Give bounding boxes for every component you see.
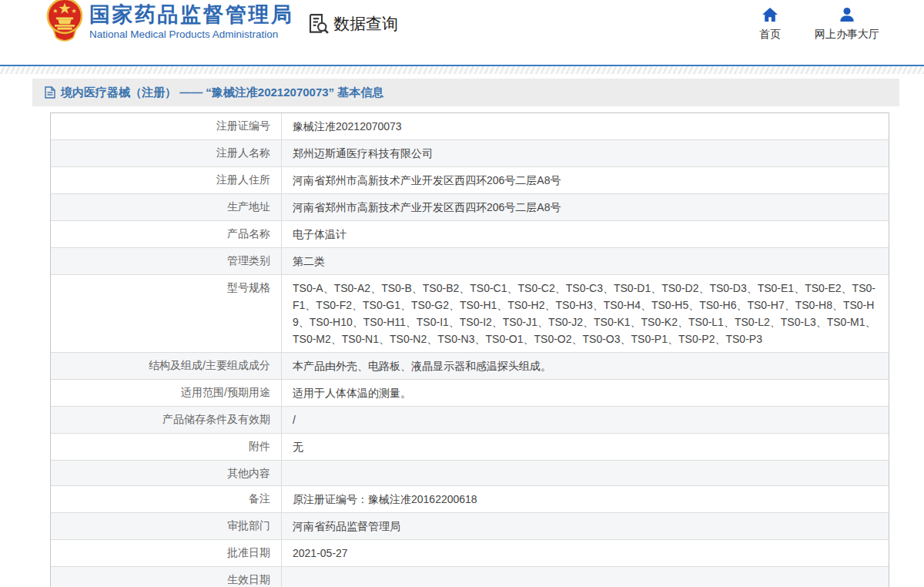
table-row: 适用范围/预期用途 适用于人体体温的测量。 <box>51 380 889 407</box>
table-row: 备注 原注册证编号：豫械注准20162200618 <box>51 486 889 513</box>
data-query-label: 数据查询 <box>333 13 398 35</box>
row-value: 本产品由外壳、电路板、液晶显示器和感温探头组成。 <box>282 353 889 379</box>
breadcrumb: 境内医疗器械（注册） —— “豫械注准20212070073” 基本信息 <box>32 79 899 106</box>
site-header: 国家药品监督管理局 National Medical Products Admi… <box>0 0 924 65</box>
row-label: 型号规格 <box>51 275 282 352</box>
row-value <box>282 461 889 485</box>
row-value: 河南省药品监督管理局 <box>282 513 889 539</box>
row-label: 其他内容 <box>51 461 282 485</box>
data-query-section-link[interactable]: 数据查询 <box>306 12 398 35</box>
table-row: 批准日期 2021-05-27 <box>51 540 889 567</box>
table-row: 产品储存条件及有效期 / <box>51 407 889 434</box>
row-label: 备注 <box>51 486 282 512</box>
row-label: 注册人住所 <box>51 167 282 193</box>
table-row: 注册人住所 河南省郑州市高新技术产业开发区西四环206号二层A8号 <box>51 167 889 194</box>
table-row: 管理类别 第二类 <box>51 248 889 275</box>
nav-service-hall[interactable]: 网上办事大厅 <box>815 7 879 42</box>
nav-home-label: 首页 <box>759 28 781 42</box>
table-row: 生效日期 <box>51 567 889 587</box>
china-national-emblem-icon <box>45 0 85 43</box>
row-value: 河南省郑州市高新技术产业开发区西四环206号二层A8号 <box>282 194 889 220</box>
row-label: 注册证编号 <box>51 113 282 139</box>
document-search-icon <box>306 12 330 35</box>
row-value: TS0-A、TS0-A2、TS0-B、TS0-B2、TS0-C1、TS0-C2、… <box>282 275 889 352</box>
row-label: 注册人名称 <box>51 140 282 166</box>
nav-home[interactable]: 首页 <box>759 7 781 42</box>
row-label: 产品储存条件及有效期 <box>51 407 282 433</box>
user-icon <box>839 7 855 22</box>
row-label: 产品名称 <box>51 221 282 247</box>
home-icon <box>762 7 778 22</box>
row-label: 结构及组成/主要组成成分 <box>51 353 282 379</box>
table-row: 附件 无 <box>51 434 889 461</box>
table-row: 产品名称 电子体温计 <box>51 221 889 248</box>
table-row: 注册证编号 豫械注准20212070073 <box>51 113 889 140</box>
row-value: 豫械注准20212070073 <box>282 113 889 139</box>
nav-service-hall-label: 网上办事大厅 <box>815 28 879 42</box>
table-row: 其他内容 <box>51 461 889 486</box>
stripe-band <box>0 66 924 74</box>
row-value: 原注册证编号：豫械注准20162200618 <box>282 486 889 512</box>
row-value: 郑州迈斯通医疗科技有限公司 <box>282 140 889 166</box>
row-label: 管理类别 <box>51 248 282 274</box>
row-value: 适用于人体体温的测量。 <box>282 380 889 406</box>
row-label: 审批部门 <box>51 513 282 539</box>
row-value <box>282 567 889 587</box>
row-label: 生效日期 <box>51 567 282 587</box>
org-name-cn: 国家药品监督管理局 <box>89 2 294 27</box>
table-row: 注册人名称 郑州迈斯通医疗科技有限公司 <box>51 140 889 167</box>
row-label: 附件 <box>51 434 282 460</box>
page-title: 境内医疗器械（注册） —— “豫械注准20212070073” 基本信息 <box>61 86 383 100</box>
row-value: / <box>282 407 889 433</box>
org-name-en: National Medical Products Administration <box>89 29 294 40</box>
row-label: 适用范围/预期用途 <box>51 380 282 406</box>
row-value: 河南省郑州市高新技术产业开发区西四环206号二层A8号 <box>282 167 889 193</box>
table-row: 生产地址 河南省郑州市高新技术产业开发区西四环206号二层A8号 <box>51 194 889 221</box>
table-row: 型号规格 TS0-A、TS0-A2、TS0-B、TS0-B2、TS0-C1、TS… <box>51 275 889 353</box>
header-nav: 首页 网上办事大厅 <box>759 7 879 42</box>
row-value: 电子体温计 <box>282 221 889 247</box>
table-row: 结构及组成/主要组成成分 本产品由外壳、电路板、液晶显示器和感温探头组成。 <box>51 353 889 380</box>
row-label: 批准日期 <box>51 540 282 566</box>
brand-text: 国家药品监督管理局 National Medical Products Admi… <box>89 2 294 40</box>
registration-info-table: 注册证编号 豫械注准20212070073 注册人名称 郑州迈斯通医疗科技有限公… <box>50 112 889 587</box>
nmpa-logo[interactable] <box>45 0 85 43</box>
table-row: 审批部门 河南省药品监督管理局 <box>51 513 889 540</box>
row-label: 生产地址 <box>51 194 282 220</box>
row-value: 第二类 <box>282 248 889 274</box>
row-value: 无 <box>282 434 889 460</box>
row-value: 2021-05-27 <box>282 540 889 566</box>
document-icon <box>45 86 55 99</box>
